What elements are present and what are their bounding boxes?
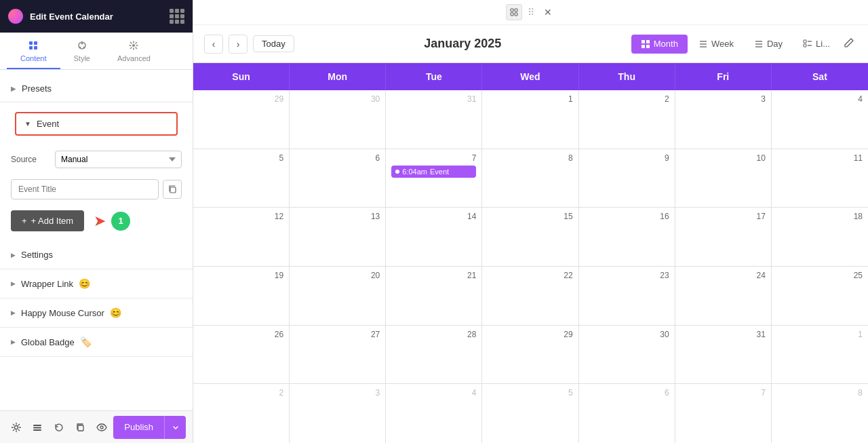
calendar-day[interactable]: 25 <box>772 267 868 325</box>
calendar-day[interactable]: 18 <box>772 208 868 266</box>
calendar-day[interactable]: 30 <box>290 90 386 149</box>
event-section-header[interactable]: ▼ Event <box>15 112 178 136</box>
happy-mouse-header[interactable]: ▶ Happy Mouse Cursor 😊 <box>0 298 193 327</box>
svg-point-5 <box>81 43 83 45</box>
calendar-day[interactable]: 76:04am Event <box>386 149 482 208</box>
calendar-day[interactable]: 21 <box>386 267 482 325</box>
calendar-day[interactable]: 4 <box>772 90 868 149</box>
layers-footer-btn[interactable] <box>28 415 46 440</box>
settings-footer-btn[interactable] <box>7 415 25 440</box>
tab-advanced[interactable]: Advanced <box>104 33 164 69</box>
calendar-day[interactable]: 8 <box>772 384 868 443</box>
panel-footer: Publish <box>0 410 193 443</box>
calendar-day[interactable]: 9 <box>579 149 675 208</box>
day-number: 31 <box>681 328 766 341</box>
view-week-btn[interactable]: Week <box>689 35 743 54</box>
calendar-day[interactable]: 1 <box>772 326 868 384</box>
tab-style[interactable]: Style <box>60 33 104 69</box>
calendar-day[interactable]: 22 <box>482 267 578 325</box>
calendar-days-header: Sun Mon Tue Wed Thu Fri Sat <box>193 63 868 90</box>
calendar-day[interactable]: 31 <box>386 90 482 149</box>
calendar-day[interactable]: 24 <box>675 267 772 325</box>
settings-section: ▶ Settings <box>0 241 193 269</box>
calendar-day[interactable]: 13 <box>290 208 386 266</box>
today-btn[interactable]: Today <box>253 35 294 52</box>
calendar-day[interactable]: 16 <box>579 208 675 266</box>
tab-content[interactable]: Content <box>7 33 60 69</box>
copy-icon-button[interactable] <box>163 180 182 199</box>
panel-tabs: Content Style Advanced <box>0 33 193 70</box>
calendar-day[interactable]: 1 <box>482 90 578 149</box>
calendar-day[interactable]: 12 <box>193 208 290 266</box>
svg-rect-9 <box>170 187 176 193</box>
grid-menu-icon[interactable] <box>170 9 184 24</box>
view-list-btn[interactable]: Li... <box>793 35 840 54</box>
settings-header[interactable]: ▶ Settings <box>0 241 193 269</box>
publish-expand-button[interactable] <box>164 416 186 439</box>
calendar-day[interactable]: 28 <box>386 326 482 384</box>
calendar-day[interactable]: 4 <box>386 384 482 443</box>
calendar-day[interactable]: 31 <box>675 326 772 384</box>
calendar-day[interactable]: 30 <box>579 326 675 384</box>
calendar-day[interactable]: 14 <box>386 208 482 266</box>
presets-header[interactable]: ▶ Presets <box>0 75 193 102</box>
day-number: 25 <box>777 269 863 282</box>
left-panel: Edit Event Calendar Content <box>0 0 193 443</box>
header-sun: Sun <box>193 63 290 90</box>
svg-rect-32 <box>804 44 806 47</box>
publish-button[interactable]: Publish <box>113 416 164 439</box>
calendar-day[interactable]: 6 <box>290 149 386 208</box>
duplicate-footer-btn[interactable] <box>71 415 89 440</box>
toolbar-dots: ⠿ <box>528 7 534 18</box>
calendar-day[interactable]: 5 <box>482 384 578 443</box>
publish-btn-group: Publish <box>113 416 186 439</box>
calendar-day[interactable]: 6 <box>579 384 675 443</box>
wrapper-link-header[interactable]: ▶ Wrapper Link 😊 <box>0 269 193 298</box>
svg-point-15 <box>100 426 103 429</box>
calendar-day[interactable]: 19 <box>193 267 290 325</box>
calendar-day[interactable]: 8 <box>482 149 578 208</box>
calendar-day[interactable]: 26 <box>193 326 290 384</box>
calendar-day[interactable]: 23 <box>579 267 675 325</box>
add-item-button[interactable]: + + Add Item <box>11 210 84 231</box>
calendar-day[interactable]: 11 <box>772 149 868 208</box>
event-name: Event <box>430 168 449 176</box>
toolbar-layout-btn[interactable] <box>506 4 522 20</box>
source-select[interactable]: Manual <box>55 151 182 168</box>
wrapper-link-emoji: 😊 <box>79 278 90 289</box>
day-number: 22 <box>488 269 572 282</box>
calendar-day[interactable]: 17 <box>675 208 772 266</box>
calendar-day[interactable]: 29 <box>193 90 290 149</box>
calendar-day[interactable]: 3 <box>675 90 772 149</box>
calendar-day[interactable]: 3 <box>290 384 386 443</box>
calendar-day[interactable]: 20 <box>290 267 386 325</box>
content-icon <box>27 39 39 52</box>
svg-rect-17 <box>515 9 517 12</box>
calendar-day[interactable]: 2 <box>579 90 675 149</box>
calendar-day[interactable]: 2 <box>193 384 290 443</box>
day-number: 3 <box>295 387 380 399</box>
calendar-day[interactable]: 27 <box>290 326 386 384</box>
global-badge-header[interactable]: ▶ Global Badge 🏷️ <box>0 328 193 356</box>
prev-month-btn[interactable]: ‹ <box>204 35 223 54</box>
calendar-nav: ‹ › Today <box>204 35 294 54</box>
eye-footer-btn[interactable] <box>92 415 111 440</box>
history-footer-btn[interactable] <box>50 415 68 440</box>
calendar-day[interactable]: 5 <box>193 149 290 208</box>
next-month-btn[interactable]: › <box>229 35 248 54</box>
day-number: 20 <box>295 269 380 282</box>
day-number: 18 <box>777 210 863 223</box>
day-number: 5 <box>199 152 283 164</box>
event-pill[interactable]: 6:04am Event <box>391 166 476 178</box>
event-title-input[interactable] <box>11 179 159 199</box>
wrapper-link-label: Wrapper Link <box>21 279 73 289</box>
day-number: 1 <box>488 93 572 105</box>
calendar-day[interactable]: 10 <box>675 149 772 208</box>
calendar-day[interactable]: 7 <box>675 384 772 443</box>
toolbar-close-btn[interactable]: ✕ <box>540 4 556 20</box>
view-month-btn[interactable]: Month <box>631 35 688 54</box>
calendar-day[interactable]: 29 <box>482 326 578 384</box>
view-day-btn[interactable]: Day <box>745 35 792 54</box>
calendar-day[interactable]: 15 <box>482 208 578 266</box>
edit-pen-btn[interactable] <box>841 35 857 54</box>
